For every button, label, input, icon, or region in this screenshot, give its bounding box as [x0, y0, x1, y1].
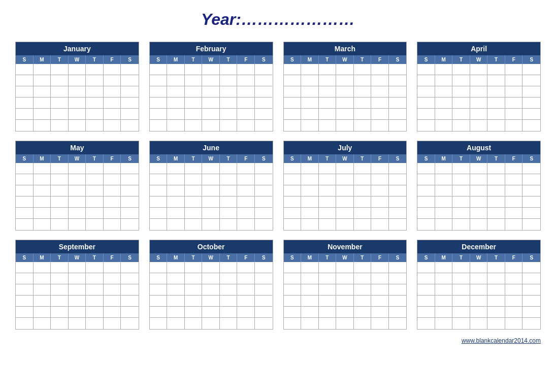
calendar-cell [301, 208, 319, 219]
calendar-cell [319, 174, 337, 185]
calendar-cell [220, 197, 238, 208]
calendar-cell [505, 75, 523, 86]
calendar-cell [284, 208, 302, 219]
calendar-cell [371, 174, 389, 185]
calendar-cell [104, 64, 121, 75]
website-link[interactable]: www.blankcalendar2014.com [462, 337, 541, 344]
calendar-cell [417, 262, 435, 273]
calendar-cell [150, 273, 168, 284]
day-header: M [167, 253, 185, 262]
calendar-cell [16, 120, 34, 131]
calendar-cell [185, 296, 203, 307]
day-header: M [34, 154, 51, 163]
calendar-cell [417, 296, 435, 307]
calendar-cell [121, 97, 139, 109]
month-header: April [417, 42, 540, 55]
day-header: T [185, 55, 203, 64]
month-calendar-january: JanuarySMTWTFS [15, 42, 139, 132]
calendar-cell [505, 120, 523, 131]
calendar-cell [522, 163, 540, 174]
calendar-cell [202, 262, 220, 273]
calendar-cell [86, 296, 104, 307]
day-header: F [237, 55, 255, 64]
calendar-cell [167, 307, 185, 318]
calendar-cell [220, 86, 238, 97]
calendar-cell [354, 163, 372, 174]
calendar-cell [336, 219, 354, 230]
day-header: T [354, 253, 372, 262]
calendar-cell [237, 208, 255, 219]
calendar-cell [34, 262, 51, 273]
calendar-cell [220, 109, 238, 120]
calendar-cell [34, 75, 51, 86]
calendar-cell [202, 219, 220, 230]
calendar-cell [255, 219, 273, 230]
calendar-cell [220, 120, 238, 131]
calendar-cell [319, 185, 337, 197]
calendar-cell [389, 75, 407, 86]
calendar-cell [452, 97, 470, 109]
calendar-cell [104, 284, 121, 296]
calendar-cell [237, 64, 255, 75]
day-header: T [51, 55, 69, 64]
calendar-cell [255, 64, 273, 75]
calendar-cell [284, 296, 302, 307]
calendar-cell [284, 197, 302, 208]
calendar-cell [34, 284, 51, 296]
month-calendar-may: MaySMTWTFS [15, 141, 139, 231]
calendar-cell [34, 64, 51, 75]
day-header: W [202, 253, 220, 262]
calendar-cell [167, 318, 185, 329]
calendar-cell [121, 109, 139, 120]
calendar-cell [34, 109, 51, 120]
calendar-cell [150, 86, 168, 97]
day-header: T [220, 253, 238, 262]
day-header: M [301, 55, 319, 64]
calendar-cell [487, 86, 505, 97]
day-header: S [121, 55, 139, 64]
calendar-cell [284, 185, 302, 197]
calendar-cell [220, 75, 238, 86]
calendar-cell [237, 86, 255, 97]
calendar-cell [237, 120, 255, 131]
day-header: S [389, 154, 407, 163]
calendar-cell [301, 307, 319, 318]
day-header: S [121, 253, 139, 262]
calendar-cell [86, 174, 104, 185]
calendar-cell [301, 262, 319, 273]
day-header: T [452, 253, 470, 262]
calendar-cell [371, 219, 389, 230]
calendar-cell [121, 262, 139, 273]
calendar-cell [69, 208, 86, 219]
calendar-cell [51, 109, 69, 120]
calendar-cell [371, 273, 389, 284]
calendar-cell [435, 174, 453, 185]
calendar-cell [255, 273, 273, 284]
calendar-cell [371, 86, 389, 97]
footer-link[interactable]: www.blankcalendar2014.com [15, 337, 541, 344]
day-header: S [16, 55, 34, 64]
day-header: S [389, 55, 407, 64]
calendar-cell [301, 197, 319, 208]
calendar-cell [452, 163, 470, 174]
calendar-cell [284, 109, 302, 120]
calendar-cell [505, 64, 523, 75]
calendar-cell [220, 97, 238, 109]
calendar-cell [167, 185, 185, 197]
calendar-cell [202, 75, 220, 86]
calendar-cell [121, 163, 139, 174]
calendar-cell [389, 197, 407, 208]
calendar-cell [389, 163, 407, 174]
day-header: T [220, 154, 238, 163]
calendar-cell [51, 86, 69, 97]
calendar-cell [104, 97, 121, 109]
calendar-cell [121, 307, 139, 318]
calendar-cell [301, 64, 319, 75]
calendar-cell [522, 318, 540, 329]
month-calendar-december: DecemberSMTWTFS [417, 240, 541, 330]
calendar-cell [104, 307, 121, 318]
calendar-cell [505, 97, 523, 109]
calendar-cell [202, 185, 220, 197]
calendar-cell [284, 284, 302, 296]
calendar-cell [86, 97, 104, 109]
